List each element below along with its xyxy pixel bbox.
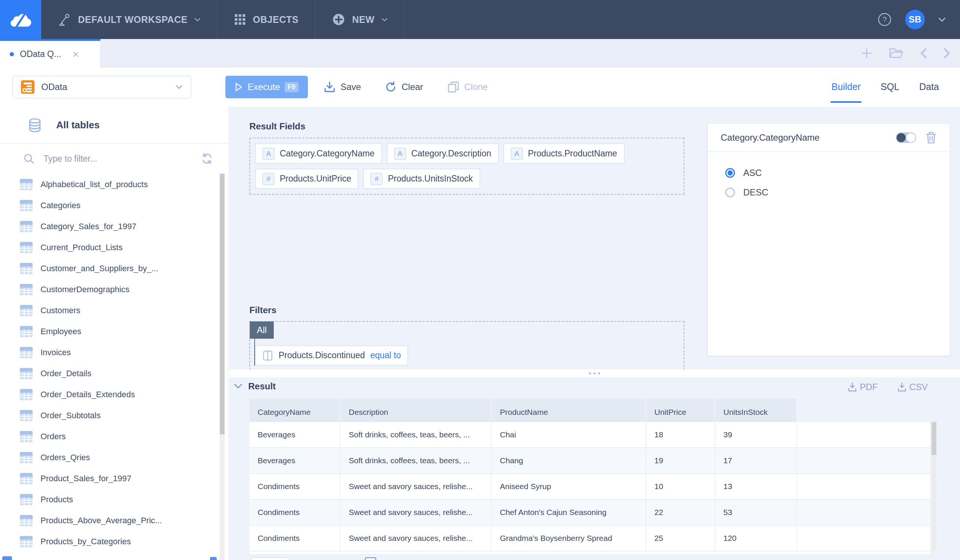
sort-direction-options: ASCDESC <box>708 152 950 213</box>
objects-menu-button[interactable]: OBJECTS <box>218 0 315 39</box>
open-folder-icon[interactable] <box>889 47 904 60</box>
sort-direction-option-asc[interactable]: ASC <box>725 168 933 178</box>
clone-button[interactable]: Clone <box>447 76 488 98</box>
table-name: Customers <box>40 306 80 315</box>
app-logo[interactable] <box>0 0 41 39</box>
clear-button[interactable]: Clear <box>384 76 423 98</box>
sidebar-table-item[interactable]: Alphabetical_list_of_products <box>0 174 220 195</box>
radio-desc[interactable] <box>725 187 735 197</box>
filters-dropzone[interactable]: All Products.Discontinued equal to <box>250 321 684 370</box>
table-row[interactable]: CondimentsSweet and savory sauces, relis… <box>250 525 930 551</box>
sidebar-table-item[interactable]: Category_Sales_for_1997 <box>0 216 220 237</box>
result-field-chip[interactable]: AProducts.ProductName <box>504 144 624 163</box>
sidebar-table-item[interactable]: Customer_and_Suppliers_by_... <box>0 258 220 279</box>
tab-label: OData Q... <box>20 49 61 59</box>
table-row[interactable]: BeveragesSoft drinks, coffees, teas, bee… <box>250 422 930 448</box>
execute-label: Execute <box>248 82 280 92</box>
sidebar-table-item[interactable]: Customers <box>0 300 220 321</box>
radio-asc[interactable] <box>725 168 735 178</box>
filter-operator-link[interactable]: equal to <box>370 350 401 360</box>
prev-tab-chevron-icon[interactable] <box>920 48 927 59</box>
sidebar-table-item[interactable]: Invoices <box>0 342 220 363</box>
sidebar-table-item[interactable]: Order_Details_Extendeds <box>0 384 220 405</box>
sidebar-header: All tables <box>0 107 228 144</box>
sidebar-table-item[interactable]: Product_Sales_for_1997 <box>0 468 220 489</box>
table-row[interactable]: CondimentsSweet and savory sauces, relis… <box>250 499 930 525</box>
table-name: Products_Above_Average_Pric... <box>40 516 162 525</box>
field-name: Products.UnitsInStock <box>388 174 472 184</box>
trash-icon[interactable] <box>925 131 937 144</box>
result-field-chip[interactable]: ACategory.CategoryName <box>255 144 382 163</box>
sidebar-table-item[interactable]: Order_Details <box>0 363 220 384</box>
add-tab-icon[interactable] <box>861 48 872 59</box>
top-navbar: DEFAULT WORKSPACE OBJECTS NEW ? SB <box>0 0 960 39</box>
column-header[interactable]: UnitsInStock <box>715 399 797 422</box>
sidebar-scrollbar-thumb[interactable] <box>220 174 225 434</box>
column-header[interactable]: UnitPrice <box>646 399 715 422</box>
column-header[interactable]: ProductName <box>492 399 646 422</box>
sidebar-scrollbar[interactable] <box>220 174 225 560</box>
sidebar-table-item[interactable]: Orders <box>0 426 220 447</box>
table-filter-input[interactable] <box>43 154 192 164</box>
objects-label: OBJECTS <box>253 14 299 25</box>
tab-odata-query[interactable]: OData Q... × <box>0 39 101 67</box>
sidebar-table-item[interactable]: Order_Subtotals <box>0 405 220 426</box>
next-tab-chevron-icon[interactable] <box>944 48 950 59</box>
close-icon[interactable]: × <box>72 49 79 60</box>
connector-select[interactable]: OData <box>12 76 191 98</box>
refresh-icon[interactable] <box>201 152 213 165</box>
tables-sidebar: All tables Alphabetical_list_of_products… <box>0 107 229 560</box>
result-grid-scrollbar[interactable] <box>931 422 936 551</box>
account-chevron-down-icon[interactable] <box>938 17 946 22</box>
column-header[interactable]: CategoryName <box>250 399 341 422</box>
sidebar-table-item[interactable]: CustomerDemographics <box>0 279 220 300</box>
result-field-chip[interactable]: #Products.UnitsInStock <box>363 169 480 189</box>
sidebar-table-item[interactable]: Products_Above_Average_Pric... <box>0 510 220 531</box>
table-icon <box>19 494 33 506</box>
sort-direction-option-desc[interactable]: DESC <box>725 187 933 198</box>
export-csv-button[interactable]: CSV <box>897 382 928 392</box>
filter-condition-chip[interactable]: Products.Discontinued equal to <box>255 346 408 365</box>
panel-splitter[interactable] <box>229 370 960 378</box>
export-pdf-button[interactable]: PDF <box>847 382 878 392</box>
download-icon <box>897 382 907 392</box>
table-cell: Soft drinks, coffees, teas, beers, ... <box>341 448 492 474</box>
chevron-down-icon <box>381 18 388 22</box>
result-field-chip[interactable]: ACategory.Description <box>387 144 498 163</box>
view-tab-data[interactable]: Data <box>918 72 940 103</box>
table-icon <box>19 262 33 275</box>
play-icon <box>235 82 243 92</box>
sidebar-table-item[interactable]: Products_by_Categories <box>0 531 220 552</box>
sidebar-table-item[interactable]: Current_Product_Lists <box>0 237 220 258</box>
table-row[interactable]: BeveragesSoft drinks, coffees, teas, bee… <box>250 448 930 474</box>
sidebar-table-item[interactable]: Products <box>0 489 220 510</box>
result-grid-scrollbar-thumb[interactable] <box>931 422 936 455</box>
field-properties-panel: Category.CategoryName ASCDESC <box>708 124 950 355</box>
table-icon <box>19 473 33 485</box>
filter-group-badge[interactable]: All <box>250 322 274 339</box>
sidebar-table-item[interactable]: Employees <box>0 321 220 342</box>
table-cell: 17 <box>715 448 797 474</box>
result-fields-dropzone[interactable]: ACategory.CategoryNameACategory.Descript… <box>250 138 684 195</box>
table-cell: 18 <box>646 422 715 448</box>
sidebar-table-item[interactable]: Orders_Qries <box>0 447 220 468</box>
execute-button[interactable]: Execute F9 <box>226 76 308 98</box>
workspace-icon <box>58 13 71 26</box>
view-tab-sql[interactable]: SQL <box>880 72 900 103</box>
workspace-switcher[interactable]: DEFAULT WORKSPACE <box>41 0 218 39</box>
view-tab-builder[interactable]: Builder <box>830 72 861 103</box>
collapse-chevron-icon[interactable] <box>234 383 243 389</box>
query-tab-bar: OData Q... × <box>0 39 960 67</box>
pagination-divider <box>350 557 350 560</box>
table-row[interactable]: CondimentsSweet and savory sauces, relis… <box>250 474 930 499</box>
result-field-chip[interactable]: #Products.UnitPrice <box>255 169 358 189</box>
field-toggle[interactable] <box>896 133 916 143</box>
help-icon[interactable]: ? <box>877 12 892 27</box>
avatar[interactable]: SB <box>905 10 925 29</box>
new-menu-button[interactable]: NEW <box>315 0 405 39</box>
save-button[interactable]: Save <box>323 76 361 98</box>
column-header[interactable]: Description <box>341 399 492 422</box>
field-name: Products.ProductName <box>528 149 617 158</box>
sidebar-table-item[interactable]: Categories <box>0 195 220 216</box>
table-cell: 22 <box>646 499 715 525</box>
